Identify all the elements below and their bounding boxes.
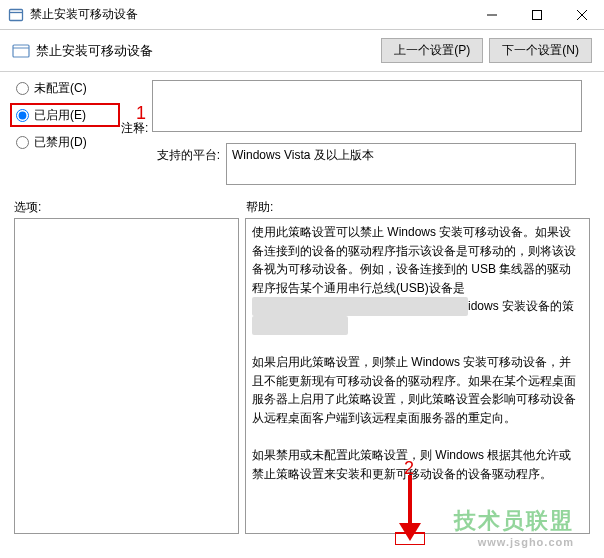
svg-rect-3 — [532, 10, 541, 19]
maximize-button[interactable] — [514, 0, 559, 29]
watermark-text: 技术员联盟 — [454, 508, 574, 533]
minimize-button[interactable] — [469, 0, 514, 29]
watermark: 技术员联盟 www.jsgho.com — [454, 506, 574, 548]
help-label: 帮助: — [242, 199, 590, 216]
svg-rect-0 — [10, 9, 23, 20]
platform-value: Windows Vista 及以上版本 — [226, 143, 576, 185]
policy-title: 禁止安装可移动设备 — [36, 42, 375, 60]
svg-rect-10 — [395, 533, 425, 545]
comment-input[interactable] — [152, 80, 582, 132]
options-label: 选项: — [14, 199, 242, 216]
help-p1: 使用此策略设置可以禁止 Windows 安装可移动设备。如果设备连接到的设备的驱… — [252, 223, 583, 335]
radio-disabled-label: 已禁用(D) — [34, 134, 87, 151]
radio-not-configured-input[interactable] — [16, 82, 29, 95]
radio-enabled-label: 已启用(E) — [34, 107, 86, 124]
annotation-num-2: 2 — [404, 458, 414, 479]
watermark-url: www.jsgho.com — [454, 536, 574, 548]
svg-rect-6 — [13, 45, 29, 57]
radio-disabled[interactable]: 已禁用(D) — [16, 134, 121, 151]
radio-disabled-input[interactable] — [16, 136, 29, 149]
help-p2: 如果启用此策略设置，则禁止 Windows 安装可移动设备，并且不能更新现有可移… — [252, 353, 583, 427]
options-pane[interactable] — [14, 218, 239, 534]
radio-not-configured[interactable]: 未配置(C) — [16, 80, 121, 97]
radio-enabled[interactable]: 已启用(E) — [16, 107, 121, 124]
radio-not-configured-label: 未配置(C) — [34, 80, 87, 97]
state-section: 未配置(C) 已启用(E) 已禁用(D) 注释: 支持的平台: Windows … — [0, 72, 604, 193]
prev-setting-button[interactable]: 上一个设置(P) — [381, 38, 483, 63]
app-icon — [8, 7, 24, 23]
header: 禁止安装可移动设备 上一个设置(P) 下一个设置(N) — [0, 30, 604, 72]
help-pane[interactable]: 使用此策略设置可以禁止 Windows 安装可移动设备。如果设备连接到的设备的驱… — [245, 218, 590, 534]
title-bar: 禁止安装可移动设备 — [0, 0, 604, 30]
platform-label: 支持的平台: — [121, 143, 226, 164]
help-p3: 如果禁用或未配置此策略设置，则 Windows 根据其他允许或禁止策略设置来安装… — [252, 446, 583, 483]
panes: 使用此策略设置可以禁止 Windows 安装可移动设备。如果设备连接到的设备的驱… — [0, 218, 604, 534]
window-title: 禁止安装可移动设备 — [30, 6, 469, 23]
close-button[interactable] — [559, 0, 604, 29]
next-setting-button[interactable]: 下一个设置(N) — [489, 38, 592, 63]
annotation-num-1: 1 — [136, 103, 146, 124]
window-controls — [469, 0, 604, 29]
radio-enabled-input[interactable] — [16, 109, 29, 122]
policy-icon — [12, 42, 30, 60]
pane-headers: 选项: 帮助: — [0, 193, 604, 218]
